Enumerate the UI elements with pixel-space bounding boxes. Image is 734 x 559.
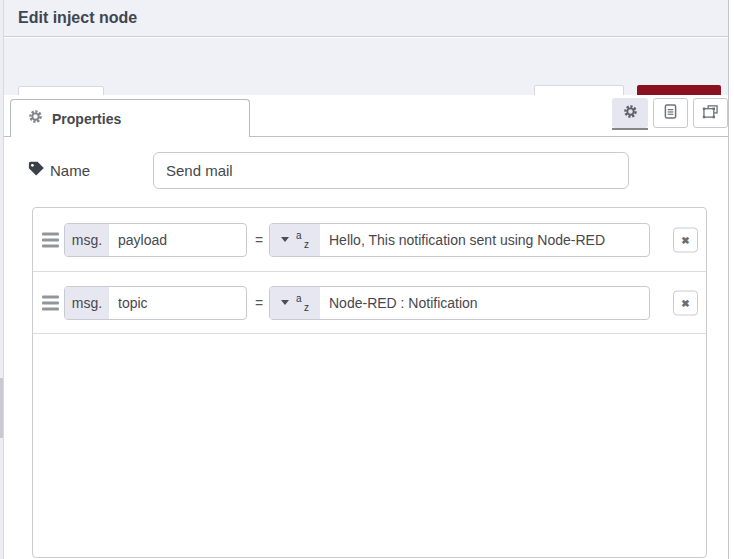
- remove-row-button[interactable]: ✖: [673, 290, 698, 315]
- description-tab-button[interactable]: [653, 98, 688, 128]
- drag-handle-icon[interactable]: [40, 230, 61, 249]
- property-row-topic: msg. = az ✖: [33, 272, 706, 334]
- dialog-title: Edit inject node: [4, 0, 728, 36]
- edit-inject-node-dialog: Edit inject node Delete Cancel Done Prop…: [0, 0, 734, 559]
- caret-down-icon: [281, 300, 289, 305]
- topic-key-input[interactable]: [109, 287, 246, 319]
- msg-prefix: msg.: [65, 224, 109, 256]
- selection-frame-icon: [702, 104, 719, 123]
- name-input[interactable]: [153, 152, 629, 189]
- appearance-tab-button[interactable]: [693, 98, 728, 128]
- type-select-button[interactable]: az: [270, 224, 320, 256]
- drag-handle-icon[interactable]: [40, 293, 61, 312]
- settings-tab-button[interactable]: [612, 98, 648, 128]
- tab-properties[interactable]: Properties: [10, 99, 250, 137]
- x-icon: ✖: [681, 234, 689, 245]
- remove-row-button[interactable]: ✖: [673, 227, 698, 252]
- topic-value-field: az: [269, 286, 650, 320]
- document-icon: [664, 104, 677, 123]
- equals-sign: =: [252, 232, 266, 248]
- scrollbar-thumb[interactable]: [0, 378, 3, 438]
- dialog-button-bar: Delete Cancel Done: [4, 38, 728, 95]
- dialog-header: Edit inject node: [4, 0, 728, 37]
- caret-down-icon: [281, 237, 289, 242]
- topic-value-input[interactable]: [320, 287, 649, 319]
- active-tab-underline: [612, 128, 648, 130]
- equals-sign: =: [252, 295, 266, 311]
- msg-prefix: msg.: [65, 287, 109, 319]
- properties-editable-list: msg. = az ✖ msg. =: [32, 207, 707, 558]
- az-string-icon: az: [296, 295, 309, 311]
- topic-key-field: msg.: [64, 286, 247, 320]
- property-row-payload: msg. = az ✖: [33, 208, 706, 272]
- type-select-button[interactable]: az: [270, 287, 320, 319]
- x-icon: ✖: [681, 297, 689, 308]
- name-field-label: Name: [50, 152, 90, 189]
- gear-icon: [623, 104, 638, 123]
- gear-icon: [28, 109, 43, 128]
- tab-properties-label: Properties: [52, 111, 121, 127]
- payload-key-field: msg.: [64, 223, 247, 257]
- payload-key-input[interactable]: [109, 224, 246, 256]
- az-string-icon: az: [296, 232, 309, 248]
- tag-icon: [28, 161, 45, 181]
- payload-value-field: az: [269, 223, 650, 257]
- tray-edge-divider: [728, 0, 729, 559]
- payload-value-input[interactable]: [320, 224, 649, 256]
